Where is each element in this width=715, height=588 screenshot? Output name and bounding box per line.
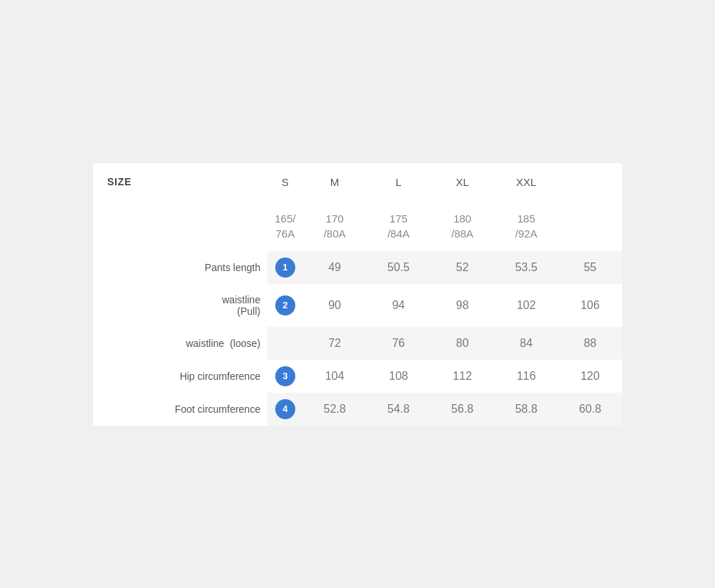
waistline-loose-xl: 84 (494, 327, 558, 360)
pants-length-s: 49 (302, 251, 366, 284)
subheader-empty (93, 201, 267, 251)
subheader-xxl: 185/92A (494, 201, 558, 251)
subheader-s: 165/76A (267, 201, 302, 251)
header-row: SIZE S M L XL XXL (93, 163, 622, 201)
badge-cell-empty (267, 327, 302, 360)
table-row: Pants length 1 49 50.5 52 53.5 55 (93, 251, 622, 284)
badge-cell-3: 3 (267, 360, 302, 393)
waistline-pull-l: 98 (430, 284, 494, 327)
size-table: SIZE S M L XL XXL 165/76A 170/80A 175/84… (93, 163, 622, 426)
badge-1: 1 (275, 258, 295, 278)
foot-l: 56.8 (430, 393, 494, 426)
foot-xxl: 60.8 (558, 393, 622, 426)
waistline-pull-xl: 102 (494, 284, 558, 327)
badge-cell-2: 2 (267, 284, 302, 327)
foot-xl: 58.8 (494, 393, 558, 426)
waistline-pull-m: 94 (367, 284, 430, 327)
foot-m: 54.8 (367, 393, 430, 426)
header-col-l: L (367, 163, 430, 201)
waistline-pull-s: 90 (302, 284, 366, 327)
waistline-loose-s: 72 (302, 327, 366, 360)
badge-cell-1: 1 (267, 251, 302, 284)
table-row: waistline (loose) 72 76 80 84 88 (93, 327, 622, 360)
subheader-l: 175/84A (367, 201, 430, 251)
row-label-waistline-pull: waistline(Pull) (93, 284, 267, 327)
size-chart-container: SIZE S M L XL XXL 165/76A 170/80A 175/84… (93, 163, 622, 426)
pants-length-l: 52 (430, 251, 494, 284)
badge-cell-4: 4 (267, 393, 302, 426)
pants-length-xl: 53.5 (494, 251, 558, 284)
header-col-xl: XL (430, 163, 494, 201)
row-label-foot: Foot circumference (93, 393, 267, 426)
size-label: SIZE (93, 163, 267, 201)
hip-xxl: 120 (558, 360, 622, 393)
subheader-m: 170/80A (302, 201, 366, 251)
table-row: Hip circumference 3 104 108 112 116 120 (93, 360, 622, 393)
badge-4: 4 (275, 399, 295, 419)
pants-length-xxl: 55 (558, 251, 622, 284)
row-label-pants-length: Pants length (93, 251, 267, 284)
row-label-waistline-loose: waistline (loose) (93, 327, 267, 360)
waistline-loose-xxl: 88 (558, 327, 622, 360)
pants-length-m: 50.5 (367, 251, 430, 284)
waistline-pull-xxl: 106 (558, 284, 622, 327)
badge-3: 3 (275, 366, 295, 386)
hip-l: 112 (430, 360, 494, 393)
hip-m: 108 (367, 360, 430, 393)
subheader-row: 165/76A 170/80A 175/84A 180/88A 185/92A (93, 201, 622, 251)
waistline-loose-l: 80 (430, 327, 494, 360)
table-row: waistline(Pull) 2 90 94 98 102 106 (93, 284, 622, 327)
header-col-m: M (302, 163, 366, 201)
header-col-xxl: XXL (494, 163, 558, 201)
header-col-s: S (267, 163, 302, 201)
badge-2: 2 (275, 295, 295, 315)
row-label-hip: Hip circumference (93, 360, 267, 393)
hip-s: 104 (302, 360, 366, 393)
waistline-loose-m: 76 (367, 327, 430, 360)
subheader-xl: 180/88A (430, 201, 494, 251)
table-row: Foot circumference 4 52.8 54.8 56.8 58.8… (93, 393, 622, 426)
foot-s: 52.8 (302, 393, 366, 426)
hip-xl: 116 (494, 360, 558, 393)
